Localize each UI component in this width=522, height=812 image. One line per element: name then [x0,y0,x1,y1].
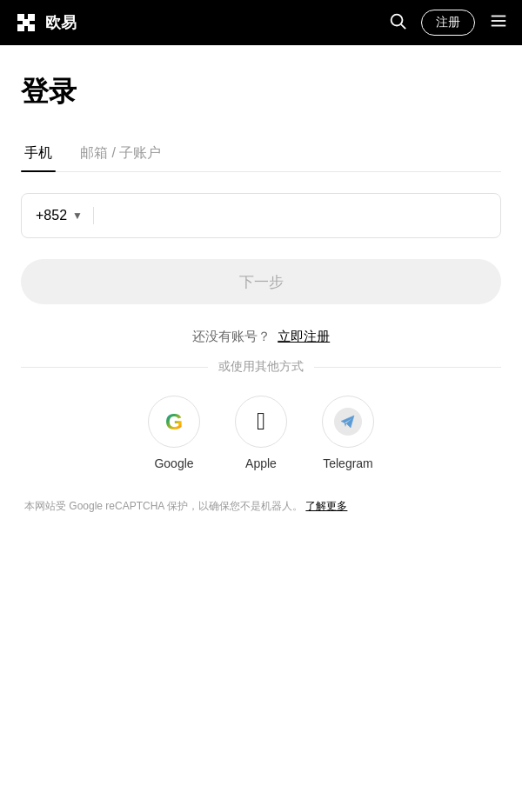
register-button[interactable]: 注册 [421,10,475,36]
divider-left [21,367,208,368]
svg-rect-5 [28,24,35,31]
telegram-icon-wrap [322,396,374,448]
recaptcha-text: 本网站受 Google reCAPTCHA 保护，以确保您不是机器人。 [24,500,303,512]
apple-icon-wrap:  [235,396,287,448]
chevron-down-icon: ▼ [72,210,83,222]
country-code-value: +852 [36,208,67,223]
next-button[interactable]: 下一步 [21,259,501,304]
telegram-login-button[interactable]: Telegram [322,396,374,470]
google-label: Google [154,456,193,470]
phone-number-input[interactable] [104,208,486,223]
input-divider [93,207,94,224]
header: 欧易 注册 [0,0,522,45]
divider-text: 或使用其他方式 [218,359,304,375]
svg-line-7 [401,24,405,29]
apple-icon:  [257,409,265,434]
register-link[interactable]: 立即注册 [278,329,330,343]
svg-rect-4 [17,24,24,31]
tab-email[interactable]: 邮箱 / 子账户 [77,136,164,171]
menu-icon[interactable] [489,11,508,34]
header-right: 注册 [388,10,508,36]
apple-login-button[interactable]:  Apple [235,396,287,470]
tab-phone[interactable]: 手机 [21,136,56,171]
recaptcha-learn-more[interactable]: 了解更多 [305,500,347,512]
login-tabs: 手机 邮箱 / 子账户 [21,136,501,172]
svg-point-6 [392,15,403,26]
no-account-text: 还没有账号？ [192,329,271,343]
telegram-label: Telegram [323,456,373,470]
phone-input-container: +852 ▼ [21,193,501,238]
recaptcha-notice: 本网站受 Google reCAPTCHA 保护，以确保您不是机器人。 了解更多 [21,498,501,514]
register-section: 还没有账号？ 立即注册 [21,329,501,345]
google-icon: G [165,409,183,436]
page-title: 登录 [21,73,501,111]
telegram-icon [334,408,362,436]
divider-right [314,367,501,368]
search-icon[interactable] [388,11,407,34]
google-login-button[interactable]: G Google [148,396,200,470]
apple-label: Apple [245,456,277,470]
social-login-row: G Google  Apple Telegram [21,396,501,470]
main-content: 登录 手机 邮箱 / 子账户 +852 ▼ 下一步 还没有账号？ 立即注册 或使… [0,45,522,549]
or-divider: 或使用其他方式 [21,359,501,375]
google-icon-wrap: G [148,396,200,448]
logo: 欧易 [14,10,77,35]
country-code-selector[interactable]: +852 ▼ [36,208,83,223]
logo-text: 欧易 [45,12,77,33]
